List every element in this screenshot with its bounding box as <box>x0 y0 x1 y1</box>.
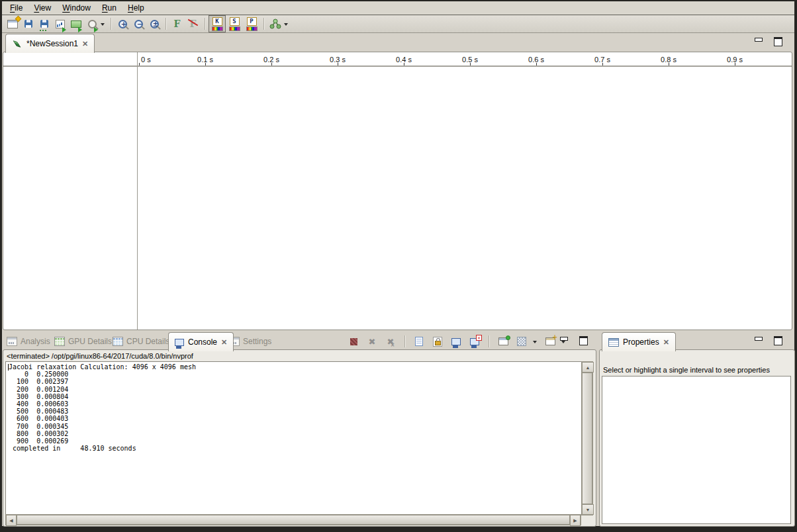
toolbar-separator <box>111 18 111 30</box>
tab-label: GPU Details <box>68 337 112 346</box>
remove-all-launches-button[interactable]: ✖ <box>383 334 398 349</box>
ruler-tick-mark <box>470 63 471 66</box>
close-icon[interactable]: ✕ <box>221 339 227 345</box>
ruler-tick-mark <box>669 63 669 66</box>
clear-console-button[interactable] <box>411 334 427 349</box>
main-toolbar: + − ± F F K S P <box>2 15 794 33</box>
text-caret <box>8 364 9 371</box>
run-analysis-icon[interactable] <box>68 17 84 31</box>
s-glyph: S <box>230 17 240 26</box>
ruler-tick-label: 0 s <box>141 56 151 64</box>
examine-icon[interactable] <box>84 17 100 31</box>
marker-f-off-icon[interactable]: F <box>185 17 201 31</box>
rainbow-bar-glyph <box>229 26 240 31</box>
f-glyph: F <box>174 19 181 29</box>
display-console-dropdown-arrow[interactable] <box>533 341 537 345</box>
toolbar-separator <box>404 335 405 347</box>
magnifier-glyph: − <box>134 20 143 28</box>
application-window: File View Window Run Help + − ± F F K S … <box>2 1 794 526</box>
scroll-right-arrow[interactable]: ▶ <box>570 515 581 526</box>
minimize-icon[interactable] <box>754 336 763 345</box>
new-window-glyph <box>7 20 18 28</box>
remove-launch-button[interactable]: ✖ <box>364 334 380 349</box>
scroll-lock-icon <box>433 337 442 347</box>
open-console-button[interactable] <box>542 334 558 349</box>
scroll-lock-button[interactable] <box>430 334 445 349</box>
maximize-icon[interactable] <box>579 336 588 345</box>
call-tree-icon[interactable] <box>267 17 283 31</box>
tab-cpu-details[interactable]: CPU Details <box>113 333 169 350</box>
toolbar-separator <box>263 18 264 30</box>
display-console-button[interactable] <box>514 334 530 349</box>
stream-view-button[interactable]: S <box>226 15 243 32</box>
close-icon[interactable]: ✕ <box>663 339 669 345</box>
remove-all-icon: ✖ <box>387 337 395 346</box>
scroll-down-arrow[interactable]: ▼ <box>582 504 594 515</box>
call-tree-dropdown-arrow[interactable] <box>284 23 288 28</box>
open-console-icon <box>545 337 555 345</box>
toolbar-separator <box>489 335 489 347</box>
properties-content-area <box>602 376 791 524</box>
zoom-out-icon[interactable]: − <box>130 17 146 31</box>
console-output: Jacobi relaxation Calculation: 4096 x 40… <box>6 362 581 452</box>
console-horizontal-scrollbar[interactable]: ◀ ▶ <box>5 514 581 525</box>
examine-dropdown-arrow[interactable] <box>101 23 105 28</box>
console-vertical-scrollbar[interactable]: ▲ ▼ <box>581 361 593 515</box>
menu-item-run[interactable]: Run <box>98 2 124 14</box>
console-process-status: <terminated> /opt/pgi/linux86-64/2017/cu… <box>7 352 193 360</box>
minimize-icon[interactable] <box>559 336 568 345</box>
minimize-icon[interactable] <box>754 37 763 46</box>
ruler-tick-mark <box>536 63 537 66</box>
tab-analysis[interactable]: Analysis <box>7 333 50 350</box>
console-view: <terminated> /opt/pgi/linux86-64/2017/cu… <box>3 349 596 527</box>
menu-item-window[interactable]: Window <box>58 2 98 14</box>
scrollbar-thumb[interactable] <box>17 515 570 525</box>
properties-window-buttons <box>754 336 782 345</box>
maximize-icon[interactable] <box>774 336 782 345</box>
show-stdout-button[interactable] <box>448 334 464 349</box>
profile-application-icon[interactable] <box>52 17 68 31</box>
properties-view: Select or highlight a single interval to… <box>599 349 795 527</box>
row-names-divider[interactable] <box>137 52 138 330</box>
marker-f-icon[interactable]: F <box>169 17 185 31</box>
process-view-button[interactable]: P <box>243 15 260 32</box>
scroll-left-arrow[interactable]: ◀ <box>6 515 17 526</box>
display-console-icon <box>517 337 526 346</box>
ruler-tick-mark <box>602 63 603 66</box>
tab-session[interactable]: *NewSession1 ✕ <box>5 34 95 53</box>
console-icon <box>175 339 184 346</box>
console-window-buttons <box>559 336 588 345</box>
scrollbar-thumb[interactable] <box>582 373 592 504</box>
tab-console[interactable]: Console ✕ <box>168 332 234 351</box>
gpu-details-icon <box>54 337 65 346</box>
show-stderr-button[interactable] <box>467 334 483 349</box>
ruler-baseline <box>3 66 792 67</box>
pin-console-button[interactable] <box>495 334 511 349</box>
zoom-fit-icon[interactable]: ± <box>146 17 162 31</box>
menu-item-view[interactable]: View <box>30 2 58 14</box>
green-window-glyph <box>71 21 81 28</box>
tab-label: Settings <box>243 337 271 346</box>
menu-item-help[interactable]: Help <box>124 2 152 14</box>
tab-properties[interactable]: Properties ✕ <box>602 332 676 351</box>
terminate-button[interactable] <box>346 334 361 349</box>
timeline-ruler[interactable]: 0 s0.1 s0.2 s0.3 s0.4 s0.5 s0.6 s0.7 s0.… <box>3 52 792 330</box>
rainbow-bar-glyph <box>246 26 258 31</box>
close-icon[interactable]: ✕ <box>82 40 88 47</box>
ruler-tick-mark <box>338 63 338 66</box>
kernel-view-button[interactable]: K <box>209 15 226 32</box>
ruler-tick-mark <box>735 63 735 66</box>
save-as-icon[interactable] <box>36 17 52 31</box>
zoom-in-icon[interactable]: + <box>115 17 130 31</box>
magnifier-glyph: + <box>118 20 127 28</box>
tab-gpu-details[interactable]: GPU Details <box>54 333 112 350</box>
analysis-icon <box>7 337 17 346</box>
new-session-icon[interactable] <box>5 17 21 31</box>
scroll-up-arrow[interactable]: ▲ <box>582 362 594 373</box>
cpu-details-icon <box>113 337 123 346</box>
console-output-area[interactable]: Jacobi relaxation Calculation: 4096 x 40… <box>5 361 582 515</box>
tab-settings[interactable]: Settings <box>229 333 271 350</box>
menu-item-file[interactable]: File <box>6 2 30 14</box>
maximize-icon[interactable] <box>774 37 782 46</box>
save-icon[interactable] <box>21 17 36 31</box>
